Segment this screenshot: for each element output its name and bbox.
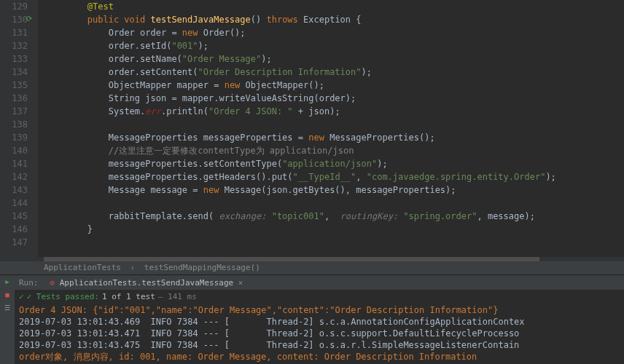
test-icon: ⊘ — [50, 278, 55, 288]
console-line: 2019-07-03 13:01:43.471 INFO 7384 --- [ … — [19, 328, 620, 339]
code-editor[interactable]: @Test public void testSendJavaMessage() … — [38, 0, 624, 257]
line-gutter: ⟳ 12913013113213313413513613713813914014… — [0, 0, 38, 257]
line-number: 135 — [0, 79, 28, 92]
code-line[interactable]: ObjectMapper mapper = new ObjectMapper()… — [45, 79, 624, 92]
status-duration: – 141 ms — [158, 292, 197, 301]
line-number: 142 — [0, 170, 28, 183]
code-line[interactable]: //这里注意一定要修改contentType为 application/json — [45, 144, 624, 157]
line-number: 131 — [0, 26, 28, 39]
breadcrumb[interactable]: ApplicationTests › testSendMappingMessag… — [0, 261, 624, 274]
run-toolbar: ▶ ■ ☰ — [0, 275, 15, 364]
code-line[interactable]: messageProperties.setContentType("applic… — [45, 157, 624, 170]
line-number: 130 — [0, 13, 28, 26]
code-line[interactable]: order.setContent("Order Description Info… — [45, 66, 624, 79]
console-output[interactable]: Order 4 JSON: {"id":"001","name":"Order … — [15, 303, 624, 364]
test-status-bar: ✓ ✓ Tests passed: 1 of 1 test – 141 ms — [15, 290, 624, 303]
run-panel: ▶ ■ ☰ Run: ⊘ ApplicationTests.testSendJa… — [0, 274, 624, 364]
run-tab[interactable]: ⊘ ApplicationTests.testSendJavaMessage × — [43, 278, 251, 288]
line-number: 129 — [0, 0, 28, 13]
code-line[interactable]: messageProperties.getHeaders().put("__Ty… — [45, 170, 624, 183]
code-line[interactable]: @Test — [45, 0, 624, 13]
run-tab-label: ApplicationTests.testSendJavaMessage — [60, 278, 233, 288]
status-count: 1 of 1 test — [102, 292, 155, 301]
breadcrumb-separator: › — [130, 263, 136, 272]
status-text: ✓ Tests passed: — [27, 292, 99, 301]
code-line[interactable]: order.setName("Order Message"); — [45, 52, 624, 66]
run-body: Run: ⊘ ApplicationTests.testSendJavaMess… — [15, 275, 624, 364]
run-label: Run: — [15, 278, 43, 288]
line-number: 143 — [0, 183, 28, 197]
line-number: 136 — [0, 92, 28, 105]
line-number: 139 — [0, 131, 28, 144]
check-icon: ✓ — [19, 292, 24, 301]
toggle-button[interactable]: ☰ — [0, 304, 15, 317]
line-number: 141 — [0, 157, 28, 170]
code-line[interactable]: Order order = new Order(); — [45, 26, 624, 39]
run-tab-bar: Run: ⊘ ApplicationTests.testSendJavaMess… — [15, 275, 624, 290]
code-line[interactable] — [45, 118, 624, 131]
code-line[interactable]: order.setId("001"); — [45, 39, 624, 52]
line-number: 146 — [0, 223, 28, 236]
line-number: 133 — [0, 52, 28, 66]
editor-area: ⟳ 12913013113213313413513613713813914014… — [0, 0, 624, 257]
line-number: 147 — [0, 236, 28, 249]
code-line[interactable]: MessageProperties messageProperties = ne… — [45, 131, 624, 144]
code-line[interactable]: String json = mapper.writeValueAsString(… — [45, 92, 624, 105]
stop-button[interactable]: ■ — [0, 291, 15, 304]
console-line: 2019-07-03 13:01:43.469 INFO 7384 --- [ … — [19, 316, 620, 328]
code-line[interactable]: public void testSendJavaMessage() throws… — [45, 13, 624, 26]
code-line[interactable]: Message message = new Message(json.getBy… — [45, 183, 624, 197]
code-line[interactable]: } — [45, 223, 624, 236]
console-line: 2019-07-03 13:01:43.475 INFO 7384 --- [ … — [19, 339, 620, 351]
breadcrumb-item[interactable]: testSendMappingMessage() — [144, 263, 260, 272]
code-line[interactable] — [45, 197, 624, 210]
close-icon[interactable]: × — [238, 278, 243, 288]
breadcrumb-item[interactable]: ApplicationTests — [44, 263, 121, 272]
console-line: order对象, 消息内容, id: 001, name: Order Mess… — [19, 351, 620, 363]
code-line[interactable]: rabbitTemplate.send( exchange: "topic001… — [45, 210, 624, 223]
line-number: 134 — [0, 66, 28, 79]
code-line[interactable] — [45, 236, 624, 249]
console-line: Order 4 JSON: {"id":"001","name":"Order … — [19, 304, 620, 316]
code-line[interactable]: System.err.println("Order 4 JSON: " + js… — [45, 105, 624, 118]
line-number: 144 — [0, 197, 28, 210]
line-number: 145 — [0, 210, 28, 223]
run-test-icon[interactable]: ⟳ — [26, 15, 32, 23]
rerun-button[interactable]: ▶ — [0, 278, 15, 291]
line-number: 137 — [0, 105, 28, 118]
line-number: 132 — [0, 39, 28, 52]
line-number: 140 — [0, 144, 28, 157]
line-number: 138 — [0, 118, 28, 131]
